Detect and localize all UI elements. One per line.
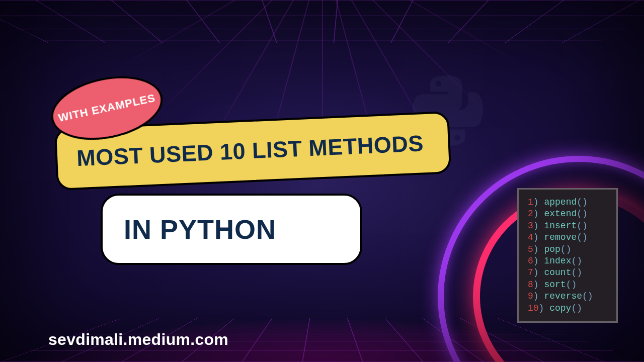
badge-text: WITH EXAMPLES [57, 92, 156, 125]
code-row: 5) pop() [528, 244, 609, 255]
subtitle-box: IN PYTHON [101, 194, 362, 265]
code-row: 9) reverse() [528, 291, 609, 302]
title-text: MOST USED 10 LIST METHODS [76, 130, 430, 172]
code-row: 1) append() [528, 197, 609, 208]
code-row: 4) remove() [528, 232, 609, 243]
code-row: 3) insert() [528, 220, 609, 232]
footer-url: sevdimali.medium.com [48, 330, 228, 349]
grid-ceiling [0, 0, 644, 43]
code-snippet: 1) append() 2) extend() 3) insert() 4) r… [517, 188, 618, 323]
subtitle-text: IN PYTHON [124, 214, 339, 245]
code-row: 6) index() [528, 255, 609, 267]
code-row: 8) sort() [528, 279, 609, 291]
code-row: 10) copy() [528, 303, 609, 314]
code-row: 7) count() [528, 267, 609, 279]
code-row: 2) extend() [528, 208, 609, 220]
